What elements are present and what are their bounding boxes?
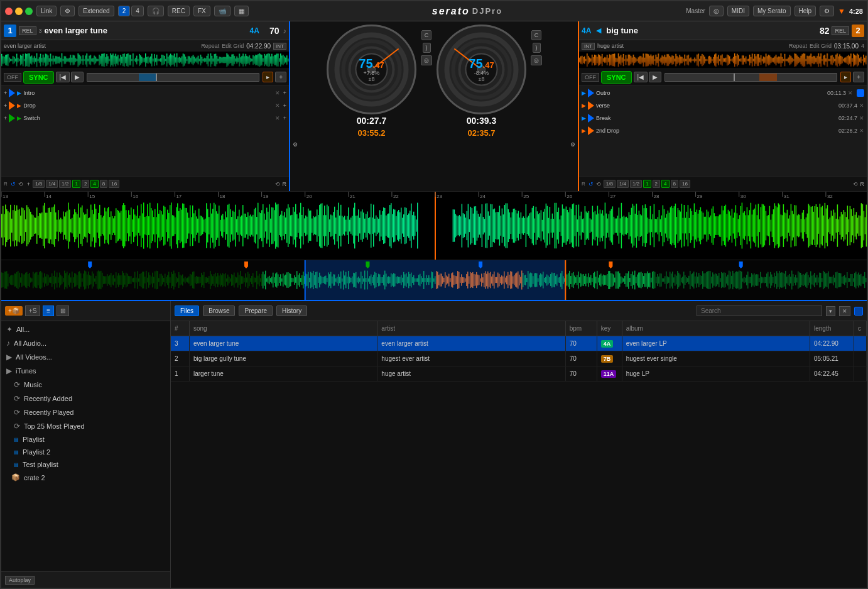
sidebar-item-recently-played[interactable]: ⟳ Recently Played [1,405,170,419]
right-loop-1-4[interactable]: 1/4 [617,180,629,188]
right-rel-button[interactable]: REL [832,26,849,35]
left-loop-1-4[interactable]: 1/4 [46,180,58,188]
right-prev-button[interactable]: |◀ [634,72,648,82]
preferences-button[interactable]: ⚙ [820,6,834,16]
left-sync-button[interactable]: SYNC [23,71,54,84]
left-loop-rewind[interactable]: ⟲ [18,181,23,187]
right-play-button[interactable]: ▶ [649,72,661,82]
maximize-button[interactable] [25,8,33,15]
browse-tab[interactable]: Browse [203,306,235,316]
right-cue-break-del[interactable]: ✕ [859,115,864,121]
files-tab[interactable]: Files [175,306,199,316]
overview-waveform-canvas[interactable] [1,260,867,300]
list-view-button[interactable]: ≡ [43,306,54,316]
left-turntable[interactable]: 75.47 +7.8% ±8 [326,24,417,115]
left-off-button[interactable]: OFF [4,73,21,82]
left-rel-button[interactable]: REL [19,26,36,35]
right-add-cue[interactable]: + [853,72,864,82]
sidebar-item-video[interactable]: ▶ All Videos... [1,350,170,364]
center-key-lock-r[interactable]: ) [533,43,541,53]
right-cue-verse-del[interactable]: ✕ [859,102,864,109]
col-header-c[interactable]: c [854,321,867,336]
left-cue-switch-play[interactable]: ▶ [17,115,21,121]
left-loop-1-2[interactable]: 1/2 [59,180,71,188]
left-loop-4[interactable]: 4 [90,180,98,188]
left-loop-2[interactable]: 2 [82,180,89,188]
history-tab[interactable]: History [276,306,307,316]
left-loop-plus[interactable]: + [27,181,30,187]
sidebar-item-crate2[interactable]: 📦 crate 2 [1,471,170,484]
right-cue-outro-del[interactable]: ✕ [848,90,853,96]
sidebar-item-all[interactable]: ✦ All... [1,322,170,336]
album-view-button[interactable]: ⊞ [57,306,69,316]
col-header-length[interactable]: length [810,321,854,336]
right-cue-outro-play[interactable]: ▶ [582,90,586,96]
left-loop-8[interactable]: 8 [100,180,107,188]
right-cue-2nddrop-play[interactable]: ▶ [582,128,586,134]
close-button[interactable] [5,8,13,15]
add-subcrate-button[interactable]: +S [25,306,41,316]
help-button[interactable]: Help [795,6,816,16]
left-cue-switch-del[interactable]: ✕ [275,115,280,121]
my-serato-button[interactable]: My Serato [753,6,791,16]
left-add-cue[interactable]: + [275,72,286,82]
search-input[interactable] [697,306,822,316]
center-tempo-left[interactable]: C [421,30,432,40]
right-loop-flip[interactable]: ↺ [589,181,594,187]
track-row-3[interactable]: 3 even larger tune even larger artist 70… [171,336,867,351]
sidebar-item-playlist2[interactable]: ▤ Playlist 2 [1,446,170,458]
right-cue-break-play[interactable]: ▶ [582,115,586,121]
col-header-bpm[interactable]: bpm [566,321,597,336]
sidebar-item-audio[interactable]: ♪ All Audio... [1,336,170,350]
prepare-tab[interactable]: Prepare [239,306,273,316]
right-loop-4[interactable]: 4 [661,180,669,188]
deck-left-num[interactable]: 2 [118,6,131,16]
autoplay-button[interactable]: Autoplay [5,576,35,585]
expand-button[interactable] [854,307,863,316]
col-header-num[interactable]: # [171,321,190,336]
left-cue-button[interactable]: ▸ [263,72,273,82]
sidebar-item-test-playlist[interactable]: ▤ Test playlist [1,458,170,471]
left-prev-button[interactable]: |◀ [56,72,70,82]
left-loop-16[interactable]: 16 [109,180,119,188]
left-cue-add3[interactable]: + [4,102,7,109]
right-cue-button[interactable]: ▸ [840,72,851,82]
left-loop-1[interactable]: 1 [72,180,80,188]
right-turntable[interactable]: 75.47 -8.4% ±8 [436,24,527,115]
col-header-song[interactable]: song [190,321,377,336]
sidebar-item-music[interactable]: ⟳ Music [1,378,170,392]
link-button[interactable]: Link [36,6,57,16]
fx-button[interactable]: FX [193,6,210,16]
center-fx-right[interactable]: ◎ [531,55,542,65]
right-loop-2[interactable]: 2 [653,180,660,188]
left-loop-1-8[interactable]: 1/8 [33,180,45,188]
extended-mode-button[interactable]: Extended [79,6,114,16]
sidebar-item-playlist[interactable]: ▤ Playlist [1,433,170,446]
grid-button[interactable]: ▦ [234,6,249,16]
left-cue-add1[interactable]: + [4,90,7,96]
right-loop-1-2[interactable]: 1/2 [630,180,642,188]
center-key-lock[interactable]: ) [423,43,431,53]
search-options-button[interactable]: ▾ [826,306,835,316]
left-cue-drop-del[interactable]: ✕ [275,102,280,109]
sidebar-item-itunes[interactable]: ▶ iTunes [1,364,170,378]
sidebar-item-recently-added[interactable]: ⟳ Recently Added [1,392,170,405]
left-play-button[interactable]: ▶ [71,72,84,82]
video-button[interactable]: 📹 [214,6,231,16]
search-clear-button[interactable]: ✕ [839,306,850,316]
master-knob[interactable]: ◎ [709,6,724,16]
col-header-album[interactable]: album [622,321,810,336]
left-cue-add2[interactable]: + [283,90,286,96]
col-header-artist[interactable]: artist [377,321,565,336]
sidebar-item-top25[interactable]: ⟳ Top 25 Most Played [1,419,170,433]
deck-right-num[interactable]: 4 [131,6,144,16]
right-loop-8[interactable]: 8 [671,180,678,188]
left-cue-drop-play[interactable]: ▶ [17,102,21,109]
col-header-key[interactable]: key [597,321,622,336]
right-loop-1-8[interactable]: 1/8 [604,180,616,188]
rec-button[interactable]: REC [168,6,190,16]
right-loop-rewind[interactable]: ⟲ [596,181,601,187]
right-loop-16[interactable]: 16 [680,180,690,188]
track-row-2[interactable]: 2 big large gully tune hugest ever artis… [171,351,867,366]
add-crate-button[interactable]: +📦 [5,306,23,316]
